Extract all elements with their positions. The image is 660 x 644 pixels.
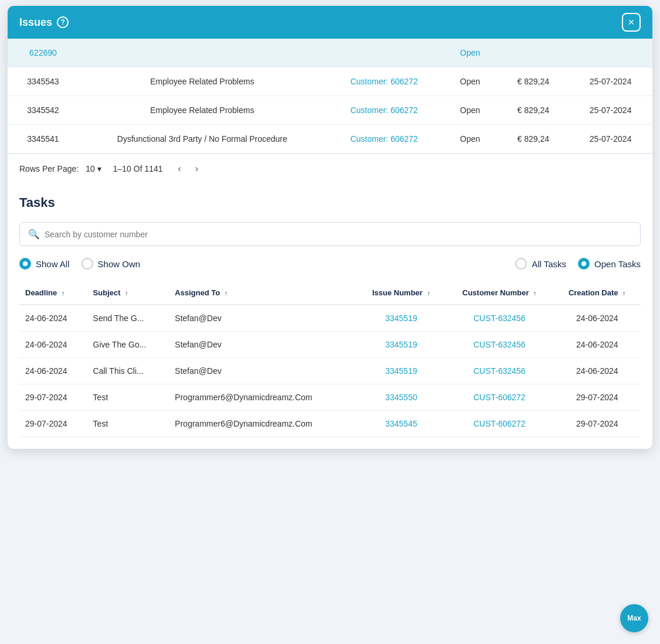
issue-number-link[interactable]: 3345519 [385, 340, 417, 349]
max-button[interactable]: Max [620, 604, 648, 632]
tasks-table: Deadline ↑ Subject ↑ Assigned To ↑ Iss [19, 281, 641, 437]
issue-id-partial: 622690 [8, 39, 79, 67]
issue-date-partial [569, 39, 652, 67]
issue-type: Employee Related Problems [79, 96, 326, 125]
page-info: 1–10 Of 1141 [113, 164, 163, 173]
rows-per-page-value: 10 [86, 164, 95, 173]
search-input[interactable] [45, 230, 632, 239]
issue-customer: Customer: 606272 [326, 67, 442, 96]
task-issue-number: 3345519 [357, 305, 445, 332]
task-creation-date: 24-06-2024 [554, 305, 641, 332]
task-deadline: 29-07-2024 [19, 411, 87, 437]
issue-amount-partial [498, 39, 569, 67]
modal-body: 622690 Open 3345543 Employee Related Pro… [8, 39, 652, 449]
task-customer-number: CUST-632456 [445, 305, 554, 332]
col-creation-date[interactable]: Creation Date ↑ [554, 281, 641, 305]
show-own-radio-circle [81, 258, 93, 270]
issue-customer: Customer: 606272 [326, 125, 442, 154]
issue-date: 25-07-2024 [569, 125, 652, 154]
task-deadline: 24-06-2024 [19, 332, 87, 358]
issue-customer: Customer: 606272 [326, 96, 442, 125]
all-tasks-radio-circle [515, 258, 527, 270]
task-creation-date: 24-06-2024 [554, 332, 641, 358]
task-issue-number: 3345519 [357, 358, 445, 384]
issue-status: Open [443, 96, 498, 125]
all-tasks-radio[interactable]: All Tasks [515, 258, 566, 270]
issue-type: Employee Related Problems [79, 67, 326, 96]
col-deadline[interactable]: Deadline ↑ [19, 281, 87, 305]
open-tasks-label: Open Tasks [594, 259, 641, 269]
show-filter-group: Show All Show Own [19, 258, 140, 270]
close-button[interactable]: × [622, 13, 641, 32]
open-tasks-radio[interactable]: Open Tasks [578, 258, 641, 270]
issue-type-partial [79, 39, 326, 67]
issue-number-link[interactable]: 3345519 [385, 366, 417, 376]
modal-title: Issues ? [19, 16, 69, 29]
col-subject[interactable]: Subject ↑ [87, 281, 169, 305]
customer-number-link[interactable]: CUST-632456 [474, 366, 526, 376]
task-creation-date: 29-07-2024 [554, 384, 641, 411]
show-own-radio[interactable]: Show Own [81, 258, 141, 270]
modal-header: Issues ? × [8, 6, 652, 39]
rows-per-page-label: Rows Per Page: [19, 164, 79, 173]
tasks-table-header: Deadline ↑ Subject ↑ Assigned To ↑ Iss [19, 281, 641, 305]
next-page-button[interactable]: › [192, 162, 202, 175]
table-row: 29-07-2024 Test Programmer6@Dynamicdream… [19, 411, 641, 437]
show-all-radio[interactable]: Show All [19, 258, 70, 270]
task-creation-date: 24-06-2024 [554, 358, 641, 384]
task-creation-date: 29-07-2024 [554, 411, 641, 437]
show-own-label: Show Own [98, 259, 141, 269]
task-issue-number: 3345545 [357, 411, 445, 437]
task-deadline: 24-06-2024 [19, 305, 87, 332]
creation-date-sort-icon: ↑ [622, 289, 626, 297]
issues-table: 622690 Open 3345543 Employee Related Pro… [8, 39, 652, 154]
issues-partial-row: 622690 Open [8, 39, 652, 67]
open-tasks-radio-circle [578, 258, 590, 270]
task-issue-number: 3345519 [357, 332, 445, 358]
task-assigned-to: Programmer6@Dynamicdreamz.Com [169, 384, 357, 411]
table-row: 3345541 Dysfunctional 3rd Party / No For… [8, 125, 652, 154]
issue-id: 3345541 [8, 125, 79, 154]
help-icon[interactable]: ? [57, 16, 69, 28]
customer-link[interactable]: Customer: 606272 [351, 77, 418, 86]
issues-modal: Issues ? × 622690 Open 3345543 E [8, 6, 652, 449]
col-assigned-to[interactable]: Assigned To ↑ [169, 281, 357, 305]
issue-type: Dysfunctional 3rd Party / No Formal Proc… [79, 125, 326, 154]
issue-id: 3345543 [8, 67, 79, 96]
pagination-row: Rows Per Page: 10 ▾ 1–10 Of 1141 ‹ › [8, 154, 652, 183]
issue-status-partial: Open [443, 39, 498, 67]
assigned-sort-icon: ↑ [224, 289, 228, 297]
task-assigned-to: Programmer6@Dynamicdreamz.Com [169, 411, 357, 437]
task-subject: Call This Cli... [87, 358, 169, 384]
all-tasks-label: All Tasks [532, 259, 566, 269]
col-issue-number[interactable]: Issue Number ↑ [357, 281, 445, 305]
table-row: 29-07-2024 Test Programmer6@Dynamicdream… [19, 384, 641, 411]
table-row: 24-06-2024 Call This Cli... Stefan@Dev 3… [19, 358, 641, 384]
table-row: 3345542 Employee Related Problems Custom… [8, 96, 652, 125]
rows-per-page-select[interactable]: 10 ▾ [86, 164, 101, 173]
search-icon: 🔍 [28, 229, 40, 240]
issue-amount: € 829,24 [498, 96, 569, 125]
deadline-sort-icon: ↑ [62, 289, 65, 297]
task-subject: Give The Go... [87, 332, 169, 358]
issue-date: 25-07-2024 [569, 67, 652, 96]
customer-number-link[interactable]: CUST-606272 [474, 393, 526, 402]
task-deadline: 24-06-2024 [19, 358, 87, 384]
task-assigned-to: Stefan@Dev [169, 332, 357, 358]
col-customer-number[interactable]: Customer Number ↑ [445, 281, 554, 305]
prev-page-button[interactable]: ‹ [175, 162, 185, 175]
issue-amount: € 829,24 [498, 125, 569, 154]
issue-number-link[interactable]: 3345550 [385, 393, 417, 402]
issue-number-link[interactable]: 3345545 [385, 419, 417, 428]
issue-number-link[interactable]: 3345519 [385, 314, 417, 323]
issue-date: 25-07-2024 [569, 96, 652, 125]
customer-link[interactable]: Customer: 606272 [351, 105, 418, 115]
task-issue-number: 3345550 [357, 384, 445, 411]
customer-number-link[interactable]: CUST-632456 [474, 340, 526, 349]
customer-number-link[interactable]: CUST-632456 [474, 314, 526, 323]
table-row: 3345543 Employee Related Problems Custom… [8, 67, 652, 96]
task-deadline: 29-07-2024 [19, 384, 87, 411]
search-bar: 🔍 [19, 222, 641, 246]
customer-number-link[interactable]: CUST-606272 [474, 419, 526, 428]
customer-link[interactable]: Customer: 606272 [351, 134, 418, 144]
